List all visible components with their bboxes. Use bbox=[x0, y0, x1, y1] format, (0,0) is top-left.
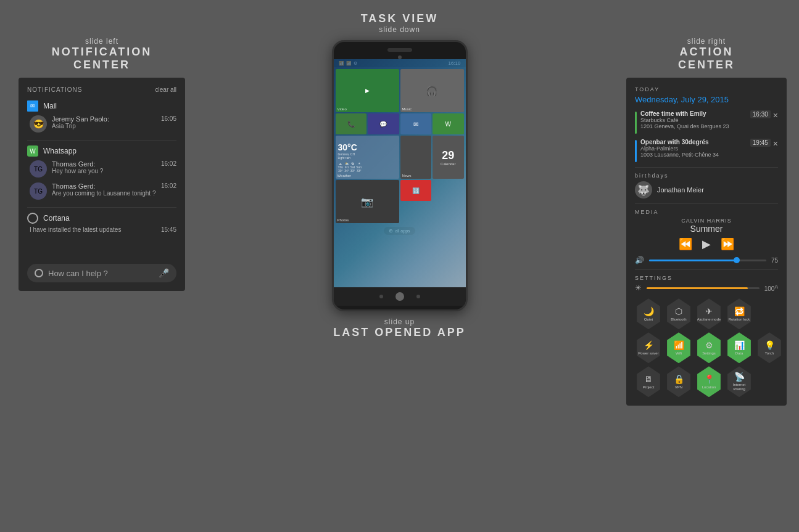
birthday-row: 🐺 Jonathan Meier bbox=[635, 181, 778, 198]
notif-content: Thomas Gerd: Are you coming to Lausanne … bbox=[52, 182, 156, 197]
toggle-bluetooth[interactable]: ⬡ Bluetooth bbox=[665, 298, 692, 329]
event-time: 19:45 bbox=[750, 139, 771, 147]
tile-weather[interactable]: 30°C Geneva, CH Light rain ☁Thu30° ⛅Fri3… bbox=[336, 136, 399, 179]
bluetooth-icon: ⬡ bbox=[675, 306, 682, 316]
whatsapp-notification-group: W Whatsapp TG Thomas Gerd: Hey how are y… bbox=[27, 145, 176, 200]
notif-time: 16:05 bbox=[161, 115, 176, 122]
notif-time: 15:45 bbox=[161, 226, 176, 233]
media-controls: ⏪ ▶ ⏩ bbox=[635, 237, 778, 251]
event-bar-blue bbox=[635, 140, 637, 162]
toggle-project[interactable]: 🖥 Project bbox=[635, 366, 662, 397]
power-saver-icon: ⚡ bbox=[644, 340, 654, 350]
phone-home-btn[interactable] bbox=[395, 292, 404, 301]
weather-condition: Light rain bbox=[338, 156, 351, 160]
brightness-track[interactable] bbox=[647, 287, 760, 289]
event-content: Openbar with 30degrés Alpha-Palmiers 100… bbox=[640, 139, 747, 158]
quiet-icon: 🌙 bbox=[644, 306, 654, 316]
notif-name: Jeremy San Paolo: bbox=[52, 115, 156, 123]
tile-mail[interactable]: ✉ bbox=[400, 113, 432, 134]
media-label: MEDIA bbox=[635, 209, 778, 215]
phone-back-btn[interactable] bbox=[379, 295, 383, 298]
table-row: I have installed the latest updates 15:4… bbox=[27, 226, 176, 233]
clear-all-button[interactable]: clear all bbox=[155, 86, 176, 93]
toggles-grid: 🌙 Quiet ⬡ Bluetooth ✈ Airplane mode 🔁 Ro… bbox=[635, 298, 778, 397]
tile-break[interactable]: ▶ Video bbox=[336, 69, 399, 112]
event-bar-green bbox=[635, 112, 637, 134]
event-coffee: Coffee time with Emily Starbucks Café 12… bbox=[635, 110, 778, 134]
task-view-section: Task View slide down 📶📶⚙ 16:10 ▶ bbox=[332, 12, 468, 339]
play-button[interactable]: ▶ bbox=[702, 237, 711, 251]
phone-screen: 📶📶⚙ 16:10 ▶ Video 🎧 Music bbox=[334, 59, 466, 287]
toggle-rotation[interactable]: 🔁 Rotation lock bbox=[726, 298, 753, 329]
location-icon: 📍 bbox=[704, 374, 714, 384]
notif-name: Thomas Gerd: bbox=[52, 182, 156, 190]
tile-calculator[interactable]: 🔢 bbox=[400, 180, 432, 201]
toggle-power-saver[interactable]: ⚡ Power saver bbox=[635, 332, 662, 363]
action-center-section: slide right Action Center TODAY Wednesda… bbox=[626, 37, 787, 406]
tile-photos[interactable]: 📷 Photos bbox=[336, 180, 399, 223]
phone-search-btn[interactable] bbox=[416, 295, 420, 298]
table-row: 😎 Jeremy San Paolo: Asia Trip 16:05 bbox=[27, 115, 176, 133]
cortana-icon bbox=[27, 213, 38, 224]
tile-messages[interactable]: 💬 bbox=[368, 113, 399, 134]
notif-name: Thomas Gerd: bbox=[52, 160, 156, 168]
mail-app-row: ✉ Mail bbox=[27, 100, 176, 112]
volume-track[interactable] bbox=[649, 260, 766, 261]
event-close-button[interactable]: × bbox=[773, 139, 778, 149]
notif-content: I have installed the latest updates 15:4… bbox=[30, 226, 176, 233]
toggle-internet-sharing[interactable]: 📡 Internet sharing bbox=[726, 366, 753, 397]
event-time: 16:30 bbox=[750, 110, 771, 118]
tile-news[interactable]: News bbox=[400, 136, 432, 179]
volume-thumb[interactable] bbox=[734, 257, 740, 263]
toggle-wifi[interactable]: 📶 Wifi bbox=[665, 332, 692, 363]
toggle-settings[interactable]: ⚙ Settings bbox=[695, 332, 722, 363]
toggle-empty-2 bbox=[756, 366, 783, 397]
brightness-control: ☀ 100A bbox=[635, 284, 778, 292]
event-close-button[interactable]: × bbox=[773, 110, 778, 120]
notif-content: Thomas Gerd: Hey how are you ? bbox=[52, 160, 156, 174]
birthday-name: Jonathan Meier bbox=[657, 186, 704, 194]
toggle-quiet[interactable]: 🌙 Quiet bbox=[635, 298, 662, 329]
avatar: 😎 bbox=[30, 115, 47, 133]
brightness-value: 100A bbox=[764, 284, 778, 292]
settings-label: SETTINGS bbox=[635, 275, 778, 281]
project-icon: 🖥 bbox=[644, 374, 653, 384]
mail-app-name: Mail bbox=[43, 102, 57, 110]
rewind-button[interactable]: ⏪ bbox=[679, 237, 692, 251]
search-circle-icon bbox=[35, 269, 43, 277]
cortana-search-bar[interactable]: How can I help ? 🎤 bbox=[27, 264, 176, 282]
notif-msg: Asia Trip bbox=[52, 123, 156, 129]
toggle-data[interactable]: 📊 Data bbox=[726, 332, 753, 363]
tile-phone[interactable]: 📞 bbox=[336, 113, 367, 134]
avatar: TG bbox=[30, 182, 47, 200]
phone-speaker bbox=[387, 48, 412, 52]
microphone-icon[interactable]: 🎤 bbox=[159, 268, 169, 278]
mail-notification-group: ✉ Mail 😎 Jeremy San Paolo: Asia Trip 16:… bbox=[27, 100, 176, 133]
fast-forward-button[interactable]: ⏩ bbox=[721, 237, 734, 251]
cortana-app-name: Cortana bbox=[43, 214, 70, 223]
internet-sharing-icon: 📡 bbox=[734, 372, 745, 382]
table-row: TG Thomas Gerd: Hey how are you ? 16:02 bbox=[27, 160, 176, 178]
settings-icon: ⚙ bbox=[705, 340, 713, 350]
event-content: Coffee time with Emily Starbucks Café 12… bbox=[640, 110, 747, 129]
rotation-icon: 🔁 bbox=[734, 306, 745, 316]
settings-controls: ☀ 100A 🌙 Quiet ⬡ Bluetooth ✈ Airpla bbox=[635, 284, 778, 397]
volume-control: 🔊 75 bbox=[635, 256, 778, 264]
toggle-airplane[interactable]: ✈ Airplane mode bbox=[695, 298, 722, 329]
media-title: Summer bbox=[635, 224, 778, 234]
toggle-location[interactable]: 📍 Location bbox=[695, 366, 722, 397]
tile-calendar[interactable]: 29 Calendar bbox=[433, 136, 464, 179]
phone-bottom-bar bbox=[334, 287, 466, 306]
torch-icon: 💡 bbox=[764, 340, 775, 350]
ac-date: Wednesday, July 29, 2015 bbox=[635, 95, 778, 104]
tile-green[interactable]: W bbox=[433, 113, 464, 134]
phone-device: 📶📶⚙ 16:10 ▶ Video 🎧 Music bbox=[332, 40, 468, 311]
whatsapp-app-name: Whatsapp bbox=[43, 147, 77, 155]
tile-music[interactable]: 🎧 Music bbox=[400, 69, 464, 112]
avatar: TG bbox=[30, 160, 47, 178]
toggle-empty-1 bbox=[756, 298, 783, 329]
toggle-vpn[interactable]: 🔒 VPN bbox=[665, 366, 692, 397]
search-input[interactable]: How can I help ? bbox=[48, 269, 154, 278]
toggle-torch[interactable]: 💡 Torch bbox=[756, 332, 783, 363]
media-player: CALVIN HARRIS Summer ⏪ ▶ ⏩ 🔊 75 bbox=[635, 218, 778, 264]
